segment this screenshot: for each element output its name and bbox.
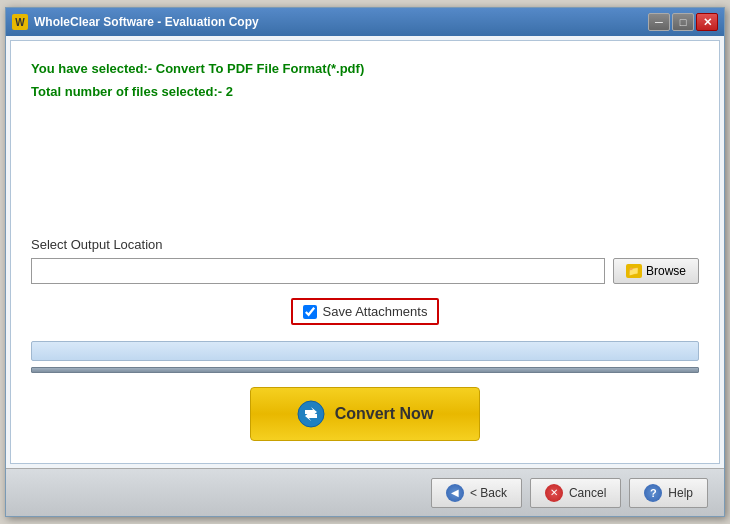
app-icon: W [12,14,28,30]
cancel-icon: ✕ [545,484,563,502]
title-bar-left: W WholeClear Software - Evaluation Copy [12,14,259,30]
minimize-button[interactable]: ─ [648,13,670,31]
info-section: You have selected:- Convert To PDF File … [31,57,699,104]
output-location-input[interactable] [31,258,605,284]
output-location-label: Select Output Location [31,237,699,252]
maximize-button[interactable]: □ [672,13,694,31]
progress-area [31,341,699,373]
output-row: 📁 Browse [31,258,699,284]
content-area: You have selected:- Convert To PDF File … [10,40,720,464]
browse-folder-icon: 📁 [626,264,642,278]
back-icon: ◀ [446,484,464,502]
convert-now-label: Convert Now [335,405,434,423]
help-icon: ? [644,484,662,502]
browse-button-label: Browse [646,264,686,278]
convert-now-button[interactable]: Convert Now [250,387,480,441]
save-attachments-label[interactable]: Save Attachments [323,304,428,319]
info-line-2: Total number of files selected:- 2 [31,80,699,103]
convert-arrows-icon [297,400,325,428]
help-button[interactable]: ? Help [629,478,708,508]
cancel-button-label: Cancel [569,486,606,500]
save-attachments-container: Save Attachments [291,298,440,325]
back-button-label: < Back [470,486,507,500]
footer: ◀ < Back ✕ Cancel ? Help [6,468,724,516]
main-window: W WholeClear Software - Evaluation Copy … [5,7,725,517]
back-button[interactable]: ◀ < Back [431,478,522,508]
info-line-1: You have selected:- Convert To PDF File … [31,57,699,80]
progress-bar-inner [31,367,699,373]
cancel-button[interactable]: ✕ Cancel [530,478,621,508]
help-button-label: Help [668,486,693,500]
convert-button-row: Convert Now [31,377,699,447]
spacer-top [31,124,699,237]
save-attachments-checkbox[interactable] [303,305,317,319]
progress-bar-outer [31,341,699,361]
browse-button[interactable]: 📁 Browse [613,258,699,284]
checkbox-row: Save Attachments [31,298,699,325]
close-button[interactable]: ✕ [696,13,718,31]
window-title: WholeClear Software - Evaluation Copy [34,15,259,29]
title-bar-buttons: ─ □ ✕ [648,13,718,31]
title-bar: W WholeClear Software - Evaluation Copy … [6,8,724,36]
